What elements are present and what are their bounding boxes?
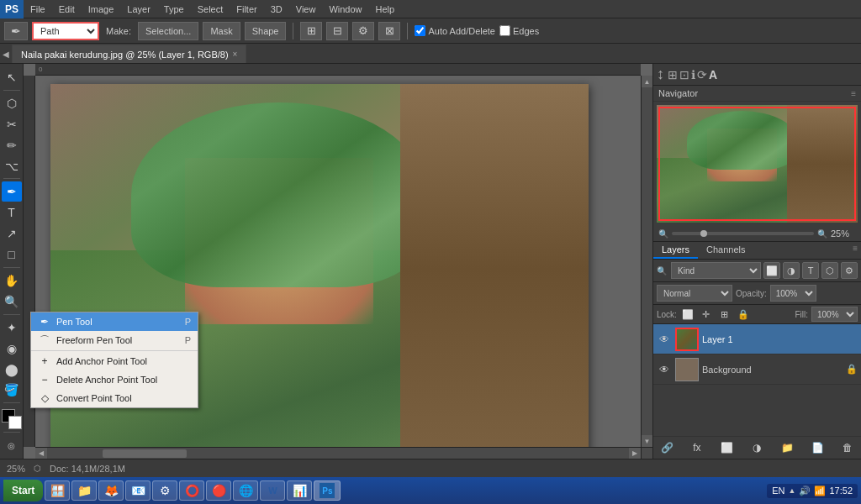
pen-tool-item[interactable]: ✒ Pen Tool P (31, 312, 198, 331)
layer-adj-btn[interactable]: ◑ (748, 439, 765, 456)
taskbar-explorer[interactable]: 📁 (71, 480, 97, 501)
background-layer-item[interactable]: 👁 Background 🔒 (653, 354, 861, 385)
menu-image[interactable]: Image (82, 3, 121, 16)
start-button[interactable]: Start (3, 480, 43, 501)
taskbar-app2[interactable]: 🔴 (206, 480, 231, 501)
eraser-tool[interactable]: ⬤ (2, 360, 22, 380)
3d-icon[interactable]: ⊞ (668, 68, 678, 81)
lock-artboard-icon[interactable]: ⊞ (717, 307, 732, 322)
menu-filter[interactable]: Filter (230, 3, 263, 16)
path-align-icon[interactable]: ⊠ (378, 22, 400, 40)
taskbar-photoshop[interactable]: Ps (314, 480, 341, 501)
crop-tool[interactable]: ⌥ (2, 156, 22, 176)
toggle-mini-icon[interactable]: ↕ (657, 66, 664, 83)
layer-mask-icon[interactable]: ⬜ (719, 439, 736, 456)
new-layer-icon[interactable]: 📄 (809, 439, 826, 456)
scroll-right[interactable]: ▲ ▼ (641, 76, 652, 447)
layer-adj-icon[interactable]: ◑ (783, 262, 800, 279)
path-ops-icon[interactable]: ⚙ (352, 22, 374, 40)
background-eye[interactable]: 👁 (657, 362, 672, 377)
delete-layer-icon[interactable]: 🗑 (839, 439, 856, 456)
taskbar-app3[interactable]: 🌐 (233, 480, 258, 501)
zoom-in-icon[interactable]: 🔍 (817, 229, 827, 239)
clone-tool[interactable]: ◉ (2, 339, 22, 359)
taskbar-word[interactable]: W (260, 480, 285, 501)
kind-select[interactable]: Kind (671, 262, 761, 279)
auto-add-delete-checkbox[interactable] (415, 25, 425, 36)
layer-shape-icon[interactable]: ⬡ (821, 262, 838, 279)
menu-select[interactable]: Select (191, 3, 230, 16)
layer-1-item[interactable]: 👁 Layer 1 (653, 324, 861, 354)
lock-all-icon[interactable]: 🔒 (736, 307, 751, 322)
selection-button[interactable]: Selection... (138, 22, 198, 40)
menu-help[interactable]: Help (369, 3, 402, 16)
convert-point-item[interactable]: ◇ Convert Point Tool (31, 389, 198, 407)
taskbar-settings[interactable]: ⚙ (152, 480, 177, 501)
opacity-select[interactable]: 100% (770, 285, 816, 302)
layer-pixel-icon[interactable]: ⬜ (763, 262, 780, 279)
zoom-slider[interactable] (672, 232, 814, 235)
zoom-slider-thumb[interactable] (700, 230, 707, 237)
type-icon[interactable]: A (709, 68, 717, 81)
align-icon[interactable]: ⊞ (300, 22, 322, 40)
scroll-bottom[interactable]: ◀ ▶ (35, 447, 641, 459)
mask-button[interactable]: Mask (203, 22, 240, 40)
panel-menu[interactable]: ≡ (849, 242, 861, 259)
shape-button[interactable]: Shape (245, 22, 287, 40)
marquee-tool[interactable]: ⬡ (2, 93, 22, 113)
menu-window[interactable]: Window (322, 3, 368, 16)
type-tool[interactable]: T (2, 202, 22, 223)
layer-1-eye[interactable]: 👁 (657, 332, 672, 347)
taskbar-windows[interactable]: 🪟 (45, 480, 70, 501)
layer-smart-icon[interactable]: ⚙ (841, 262, 858, 279)
layers-tab[interactable]: Layers (653, 242, 698, 259)
channels-tab[interactable]: Channels (698, 242, 753, 259)
hand-tool[interactable]: ✋ (2, 270, 22, 291)
layer-fx-icon[interactable]: fx (689, 439, 705, 456)
path-select-tool[interactable]: ↗ (2, 223, 22, 244)
taskbar-excel[interactable]: 📊 (287, 480, 312, 501)
info-icon[interactable]: ℹ (691, 68, 695, 81)
delete-anchor-item[interactable]: − Delete Anchor Point Tool (31, 370, 198, 389)
quick-mask[interactable]: ◎ (2, 435, 22, 455)
add-anchor-item[interactable]: + Add Anchor Point Tool (31, 352, 198, 370)
background-color[interactable] (8, 416, 22, 429)
menu-file[interactable]: File (24, 3, 52, 16)
brush-tool[interactable]: ✦ (2, 318, 22, 338)
lock-position-icon[interactable]: ✛ (699, 307, 714, 322)
shape-tool[interactable]: □ (2, 244, 22, 265)
menu-type[interactable]: Type (157, 3, 191, 16)
menu-3d[interactable]: 3D (264, 3, 289, 16)
layer-link-icon[interactable]: 🔗 (658, 439, 675, 456)
gradient-tool[interactable]: 🪣 (2, 380, 22, 400)
menu-view[interactable]: View (289, 3, 323, 16)
taskbar-mail[interactable]: 📧 (125, 480, 151, 501)
navigator-collapse[interactable]: ≡ (851, 89, 856, 98)
history-icon[interactable]: ⟳ (697, 68, 707, 81)
taskbar-firefox[interactable]: 🦊 (98, 480, 124, 501)
canvas-corner-btn[interactable]: ⬡ (34, 464, 41, 473)
taskbar-app1[interactable]: ⭕ (179, 480, 204, 501)
lock-pixels-icon[interactable]: ⬜ (680, 307, 695, 322)
tab-close[interactable]: × (233, 50, 238, 59)
menu-edit[interactable]: Edit (52, 3, 82, 16)
tab-left-arrow[interactable]: ◀ (0, 45, 12, 63)
fill-select[interactable]: 100% (811, 307, 858, 322)
document-tab[interactable]: Naila pakai kerudung.jpg @ 25% (Layer 1,… (12, 45, 246, 63)
align-edges-checkbox[interactable] (499, 25, 510, 36)
zoom-tool[interactable]: 🔍 (2, 291, 22, 312)
adjust-icon[interactable]: ⊡ (679, 68, 689, 81)
blend-mode-select[interactable]: Normal (657, 285, 732, 302)
zoom-out-icon[interactable]: 🔍 (658, 229, 668, 239)
quick-select-tool[interactable]: ✏ (2, 135, 22, 155)
tool-options-icon[interactable]: ✒ (4, 22, 28, 40)
path-dropdown[interactable]: Path (32, 22, 99, 40)
lasso-tool[interactable]: ✂ (2, 114, 22, 134)
freeform-pen-tool-item[interactable]: ⌒ Freeform Pen Tool P (31, 331, 198, 349)
distribute-icon[interactable]: ⊟ (326, 22, 348, 40)
menu-layer[interactable]: Layer (120, 3, 157, 16)
layer-group-icon[interactable]: 📁 (779, 439, 795, 456)
pen-tool[interactable]: ✒ (2, 181, 22, 202)
layer-type-icon[interactable]: T (802, 262, 819, 279)
move-tool[interactable]: ↖ (2, 67, 22, 87)
